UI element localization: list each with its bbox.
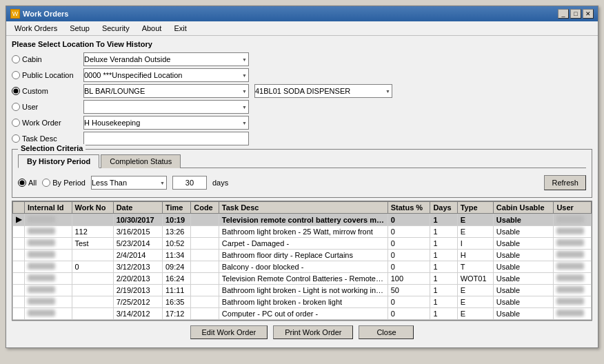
task-desc-radio[interactable]	[12, 134, 20, 143]
by-period-filter: By Period	[42, 179, 85, 187]
table-row[interactable]: 7/25/201216:35Bathroom light broken - br…	[13, 296, 592, 308]
col-cabin-usable: Cabin Usable	[493, 202, 554, 214]
menu-security[interactable]: Security	[97, 23, 135, 34]
header-label: Please Select Location To View History	[12, 40, 592, 48]
row-cabin-usable: Usable	[493, 285, 554, 296]
table-header: Internal Id Work No Date Time Code Task …	[13, 202, 592, 214]
row-arrow: ▶	[13, 214, 25, 226]
col-user: User	[554, 202, 592, 214]
row-days: 1	[430, 261, 457, 273]
col-date: Date	[113, 202, 162, 214]
public-location-radio-label[interactable]: Public Location	[12, 71, 81, 79]
task-desc-radio-label[interactable]: Task Desc	[12, 134, 81, 143]
selection-criteria-title: Selection Criteria	[18, 144, 85, 152]
row-date: 2/19/2013	[113, 285, 162, 296]
user-radio[interactable]	[12, 103, 20, 111]
window-title: Work Orders	[23, 10, 68, 18]
row-time: 13:26	[162, 226, 190, 238]
table-body: ▶10/30/201710:19Television remote contro…	[13, 214, 592, 320]
row-date: 10/30/2017	[113, 214, 162, 226]
work-order-radio-label[interactable]: Work Order	[12, 119, 81, 127]
row-task-desc: Television Remote Control Batteries - Re…	[219, 273, 387, 285]
menu-setup[interactable]: Setup	[64, 23, 95, 34]
all-label: All	[28, 179, 37, 187]
cabin-radio[interactable]	[12, 55, 20, 63]
print-work-order-button[interactable]: Print Work Order	[273, 325, 353, 339]
filter-row: All By Period Less Than Greater Than Equ…	[18, 175, 586, 190]
row-user	[554, 261, 592, 273]
row-arrow	[13, 261, 25, 273]
row-code	[191, 261, 219, 273]
all-radio[interactable]	[18, 179, 26, 187]
cabin-radio-label[interactable]: Cabin	[12, 55, 81, 63]
row-status: 0	[387, 308, 430, 320]
row-time: 11:11	[162, 285, 190, 296]
refresh-button[interactable]: Refresh	[544, 175, 586, 190]
row-user	[554, 226, 592, 238]
custom-radio-label[interactable]: Custom	[12, 87, 81, 95]
table-row[interactable]: 2/20/201316:24Television Remote Control …	[13, 273, 592, 285]
public-location-radio[interactable]	[12, 71, 20, 79]
cabin-select[interactable]: Deluxe Verandah Outside	[83, 52, 249, 66]
menu-bar: Work Orders Setup Security About Exit	[6, 21, 598, 36]
row-arrow	[13, 308, 25, 320]
by-period-radio[interactable]	[42, 179, 50, 187]
close-button[interactable]: ✕	[583, 9, 594, 19]
user-radio-label[interactable]: User	[12, 103, 81, 111]
row-days: 1	[430, 308, 457, 320]
col-code: Code	[191, 202, 219, 214]
table-row[interactable]: 2/4/201411:34Bathroom floor dirty - Repl…	[13, 250, 592, 261]
menu-work-orders[interactable]: Work Orders	[9, 23, 63, 34]
app-icon: W	[10, 9, 20, 19]
days-input[interactable]	[172, 176, 207, 190]
row-arrow	[13, 273, 25, 285]
work-orders-table-container: Internal Id Work No Date Time Code Task …	[12, 201, 592, 321]
minimize-button[interactable]: _	[558, 9, 569, 19]
table-row[interactable]: 2/19/201311:11Bathroom light broken - Li…	[13, 285, 592, 296]
row-internal-id	[25, 250, 72, 261]
row-days: 1	[430, 214, 457, 226]
custom-select2[interactable]: 41BL01 SODA DISPENSER	[254, 84, 392, 98]
col-type: Type	[457, 202, 493, 214]
maximize-button[interactable]: □	[570, 9, 581, 19]
work-order-select[interactable]: H Housekeeping	[83, 116, 249, 130]
row-arrow	[13, 296, 25, 308]
period-select[interactable]: Less Than Greater Than Equal To	[91, 176, 167, 190]
table-row[interactable]: 3/14/201217:12Computer - PC out of order…	[13, 308, 592, 320]
tab-by-history-period[interactable]: By History Period	[18, 154, 99, 168]
row-type: E	[457, 296, 493, 308]
work-order-row: Work Order H Housekeeping	[12, 116, 592, 130]
row-user	[554, 285, 592, 296]
close-button[interactable]: Close	[359, 325, 414, 339]
public-location-select[interactable]: 0000 ***Unspecified Location	[83, 68, 249, 82]
row-type: E	[457, 226, 493, 238]
row-internal-id	[25, 238, 72, 250]
task-desc-input[interactable]	[83, 132, 249, 145]
user-select[interactable]	[83, 100, 249, 114]
row-time: 16:35	[162, 296, 190, 308]
table-row[interactable]: 03/12/201309:24Balcony - door blocked -0…	[13, 261, 592, 273]
tab-completion-status[interactable]: Completion Status	[101, 154, 181, 168]
main-window: W Work Orders _ □ ✕ Work Orders Setup Se…	[6, 6, 598, 348]
table-row[interactable]: 1123/16/201513:26Bathroom light broken -…	[13, 226, 592, 238]
selection-criteria-group: Selection Criteria By History Period Com…	[12, 149, 592, 198]
work-order-radio[interactable]	[12, 119, 20, 127]
row-work-no: 0	[72, 261, 113, 273]
edit-work-order-button[interactable]: Edit Work Order	[190, 325, 268, 339]
row-date: 3/12/2013	[113, 261, 162, 273]
row-arrow	[13, 250, 25, 261]
table-row[interactable]: Test5/23/201410:52Carpet - Damaged -01IU…	[13, 238, 592, 250]
custom-select1[interactable]: BL BAR/LOUNGE	[83, 84, 249, 98]
custom-radio[interactable]	[12, 87, 20, 95]
row-internal-id	[25, 261, 72, 273]
row-user	[554, 250, 592, 261]
menu-exit[interactable]: Exit	[168, 23, 192, 34]
row-user	[554, 214, 592, 226]
row-cabin-usable: Usable	[493, 296, 554, 308]
row-task-desc: Balcony - door blocked -	[219, 261, 387, 273]
menu-about[interactable]: About	[137, 23, 168, 34]
row-work-no	[72, 273, 113, 285]
row-arrow	[13, 238, 25, 250]
row-time: 17:12	[162, 308, 190, 320]
table-row[interactable]: ▶10/30/201710:19Television remote contro…	[13, 214, 592, 226]
